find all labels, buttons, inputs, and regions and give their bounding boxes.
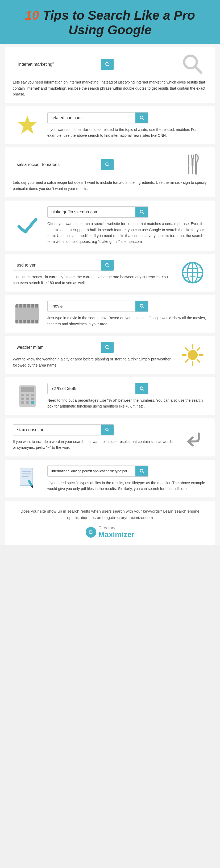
tip-7-input[interactable]	[13, 342, 101, 352]
svg-rect-6	[191, 155, 192, 166]
svg-point-16	[188, 350, 197, 360]
tip-2-icon	[13, 115, 42, 136]
tip-5-search	[13, 260, 114, 271]
tip-2-input[interactable]	[48, 113, 135, 123]
search-icon	[139, 468, 145, 474]
logo-brand: Maximizer	[98, 530, 134, 539]
svg-line-22	[197, 360, 199, 362]
tip-1: Lets say you need information on interne…	[5, 47, 215, 103]
svg-rect-34	[26, 401, 29, 404]
svg-rect-10	[192, 159, 193, 174]
logo-icon: D	[86, 527, 96, 537]
tip-8-text: Need to find out a percentage? Use "% of…	[48, 397, 207, 409]
calculator-icon	[18, 384, 37, 408]
tip-9-search-button[interactable]	[101, 425, 114, 435]
logo-letter: D	[89, 530, 93, 535]
title-number: 10	[25, 8, 39, 22]
tip-6-icon	[13, 304, 42, 323]
tip-2-search	[48, 112, 149, 123]
svg-line-1	[195, 67, 201, 73]
globe-icon	[181, 261, 205, 285]
tip-8-input[interactable]	[48, 383, 135, 394]
tip-2-search-button[interactable]	[135, 113, 148, 123]
svg-rect-26	[21, 387, 34, 392]
header: 10 Tips to Search Like a Pro Using Googl…	[0, 0, 220, 44]
svg-rect-29	[31, 394, 34, 396]
tip-1-icon	[178, 53, 207, 75]
tip-3: Lets say you need a salsa recipe but doe…	[5, 147, 215, 197]
page-container: 10 Tips to Search Like a Pro Using Googl…	[0, 0, 220, 545]
tip-2-text: If you want to find similar or sites rel…	[48, 127, 207, 138]
footer-text: Does your site show up in search reults …	[13, 508, 207, 521]
tip-4-input[interactable]	[48, 207, 135, 217]
tip-4-text: Often, you want to search a specific web…	[48, 221, 207, 245]
tip-7-search-button[interactable]	[101, 342, 114, 353]
svg-line-24	[186, 360, 188, 362]
search-icon	[104, 262, 110, 268]
tip-10-search-button[interactable]	[135, 466, 148, 476]
svg-rect-31	[26, 398, 29, 400]
tip-3-search	[13, 159, 114, 170]
logo-prefix: Directory	[98, 526, 134, 530]
tip-1-search-button[interactable]	[101, 59, 114, 70]
tip-8: Need to find out a percentage? Use "% of…	[5, 377, 215, 415]
tip-9-input[interactable]	[13, 425, 101, 435]
tip-2: If you want to find similar or sites rel…	[5, 106, 215, 145]
svg-rect-8	[193, 155, 194, 166]
search-icon	[104, 345, 110, 350]
svg-line-23	[197, 348, 199, 350]
svg-marker-2	[18, 116, 37, 134]
tip-8-icon	[13, 384, 42, 408]
tip-9-search	[13, 424, 114, 435]
tip-6-input[interactable]	[48, 301, 135, 311]
tip-9: If you want to include a word in your se…	[5, 418, 215, 457]
svg-rect-3	[188, 155, 189, 166]
svg-line-21	[186, 348, 188, 350]
tip-7: Want to know the weather in a city or ar…	[5, 336, 215, 374]
svg-rect-32	[31, 398, 34, 400]
tip-5-text: Just use currency1 in currency2 to get t…	[13, 274, 172, 286]
search-icon	[139, 304, 145, 309]
tip-5-input[interactable]	[13, 260, 101, 270]
checkmark-icon	[17, 215, 38, 236]
page-title: 10 Tips to Search Like a Pro Using Googl…	[11, 8, 209, 37]
notepad-icon	[18, 467, 37, 491]
tip-5-icon	[178, 261, 207, 285]
footer: Does your site show up in search reults …	[5, 501, 215, 545]
sun-icon	[182, 344, 204, 366]
tip-7-search	[13, 342, 114, 353]
tip-6: Just type in movie in the search box. Ba…	[5, 295, 215, 333]
tip-9-icon	[178, 428, 207, 447]
tip-6-text: Just type in movie in the search box. Ba…	[48, 315, 207, 327]
search-icon	[104, 162, 110, 167]
svg-rect-28	[26, 394, 29, 396]
tip-1-input[interactable]	[13, 59, 101, 69]
tip-5-search-button[interactable]	[101, 260, 114, 271]
magnifier-icon	[182, 53, 204, 75]
svg-rect-38	[22, 473, 31, 474]
svg-rect-9	[192, 158, 194, 159]
tip-4-search-button[interactable]	[135, 207, 148, 217]
search-icon	[104, 427, 110, 433]
tip-6-search-button[interactable]	[135, 301, 148, 311]
search-icon	[139, 209, 145, 215]
tip-10-input[interactable]	[48, 466, 135, 476]
footer-logo: D Directory Maximizer	[13, 526, 207, 539]
tip-6-search	[48, 301, 149, 312]
svg-rect-39	[22, 476, 29, 477]
utensils-icon	[186, 153, 199, 176]
svg-rect-27	[21, 394, 24, 396]
tip-7-icon	[178, 344, 207, 366]
svg-rect-37	[22, 471, 31, 472]
tip-1-search	[13, 59, 114, 70]
svg-rect-35	[31, 401, 34, 404]
logo-text: Directory Maximizer	[98, 526, 134, 539]
tip-4-icon	[13, 215, 42, 236]
search-icon	[104, 62, 110, 67]
tip-3-input[interactable]	[13, 160, 101, 170]
tip-10-icon	[13, 467, 42, 491]
tip-8-search-button[interactable]	[135, 383, 148, 394]
title-rest: Tips to Search Like a Pro Using Google	[39, 8, 195, 37]
tip-3-search-button[interactable]	[101, 159, 114, 170]
svg-rect-33	[21, 401, 24, 404]
